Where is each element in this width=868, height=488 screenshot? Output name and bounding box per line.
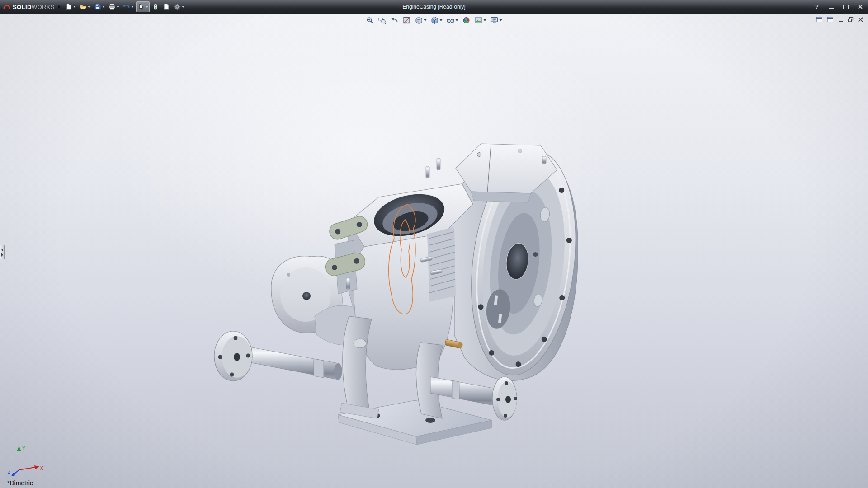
graphics-area[interactable]: Y X Z *Dimetric xyxy=(0,14,868,488)
heads-up-toolbar xyxy=(365,15,503,25)
zoom-to-fit-button[interactable] xyxy=(365,15,375,25)
edit-appearance-icon xyxy=(462,16,471,24)
new-document-icon xyxy=(65,3,72,10)
view-orientation-label: *Dimetric xyxy=(7,479,33,487)
options-icon xyxy=(174,3,181,10)
open-icon xyxy=(80,3,87,10)
previous-view-icon xyxy=(391,16,399,24)
section-view-icon xyxy=(403,16,411,24)
previous-view-button[interactable] xyxy=(390,15,400,25)
undo-icon xyxy=(123,3,130,10)
brand-text: SOLIDWORKS xyxy=(13,4,55,10)
toolbar-grip-icon[interactable] xyxy=(58,5,61,9)
close-icon xyxy=(858,17,863,23)
dropdown-arrow-icon[interactable] xyxy=(424,19,427,21)
expand-arrow-icon xyxy=(1,253,3,257)
file-properties-icon xyxy=(163,3,170,10)
triad-y-axis: Y xyxy=(17,446,26,470)
app-logo: SOLIDWORKS xyxy=(3,3,55,10)
view-orientation-button[interactable] xyxy=(414,15,428,25)
file-properties-button[interactable] xyxy=(161,1,171,12)
maximize-button[interactable] xyxy=(841,3,851,11)
select-icon xyxy=(137,3,145,10)
dropdown-arrow-icon[interactable] xyxy=(117,6,119,8)
edit-appearance-button[interactable] xyxy=(462,15,472,25)
svg-text:X: X xyxy=(40,466,43,471)
doc-close-button[interactable] xyxy=(858,17,863,23)
undo-button[interactable] xyxy=(122,1,135,12)
view-settings-button[interactable] xyxy=(490,15,503,25)
restore-icon xyxy=(848,17,854,23)
window-pane-split-button[interactable] xyxy=(827,16,834,23)
window-pane-split-icon xyxy=(827,16,834,23)
close-icon xyxy=(858,4,863,9)
zoom-to-fit-icon xyxy=(366,16,374,24)
model-canvas[interactable] xyxy=(0,14,868,488)
dropdown-arrow-icon[interactable] xyxy=(146,6,148,8)
save-button[interactable] xyxy=(93,1,106,12)
dropdown-arrow-icon[interactable] xyxy=(440,19,443,21)
minimize-button[interactable] xyxy=(826,3,836,11)
title-bar: SOLIDWORKS xyxy=(0,0,868,14)
dropdown-arrow-icon[interactable] xyxy=(456,19,458,21)
triad-x-axis: X xyxy=(19,465,43,471)
zoom-to-area-button[interactable] xyxy=(377,15,387,25)
collapse-arrow-icon xyxy=(1,248,3,252)
feature-manager-collapsed-tab[interactable] xyxy=(0,245,5,259)
brand-works: WORKS xyxy=(32,4,55,10)
apply-scene-icon xyxy=(475,16,483,24)
print-icon xyxy=(108,3,116,10)
dropdown-arrow-icon[interactable] xyxy=(102,6,105,8)
rebuild-icon xyxy=(152,3,159,10)
dropdown-arrow-icon[interactable] xyxy=(73,6,76,8)
dropdown-arrow-icon[interactable] xyxy=(500,19,502,21)
options-button[interactable] xyxy=(172,1,186,12)
window-pane-icon xyxy=(816,16,823,23)
zoom-to-area-icon xyxy=(378,16,387,24)
dropdown-arrow-icon[interactable] xyxy=(182,6,184,8)
solidworks-window: SOLIDWORKS xyxy=(0,0,868,488)
section-view-button[interactable] xyxy=(402,15,412,25)
window-controls: ? xyxy=(812,3,865,11)
display-style-icon xyxy=(431,16,439,24)
open-button[interactable] xyxy=(78,1,92,12)
svg-text:Z: Z xyxy=(8,470,10,474)
right-flange[interactable] xyxy=(492,377,517,420)
dropdown-arrow-icon[interactable] xyxy=(484,19,486,21)
hide-show-items-icon xyxy=(447,16,455,24)
hide-show-items-button[interactable] xyxy=(446,15,459,25)
orientation-triad: Y X Z xyxy=(7,443,45,477)
doc-minimize-button[interactable] xyxy=(838,17,844,23)
minimize-icon xyxy=(838,17,844,23)
left-flange[interactable] xyxy=(214,331,252,381)
ds-swirl-icon xyxy=(3,3,11,10)
minimize-icon xyxy=(829,8,834,9)
brand-solid: SOLID xyxy=(13,4,32,10)
svg-text:Y: Y xyxy=(22,446,25,451)
print-button[interactable] xyxy=(107,1,121,12)
help-button[interactable]: ? xyxy=(812,3,822,11)
triad-z-axis: Z xyxy=(8,470,19,476)
maximize-icon xyxy=(843,5,849,9)
view-orientation-icon xyxy=(415,16,423,24)
rebuild-button[interactable] xyxy=(151,1,160,12)
document-window-controls xyxy=(816,16,863,23)
select-tool-button[interactable] xyxy=(136,1,150,12)
save-icon xyxy=(94,3,101,10)
window-pane-button[interactable] xyxy=(816,16,823,23)
cooling-fins xyxy=(427,227,456,302)
dropdown-arrow-icon[interactable] xyxy=(88,6,90,8)
display-style-button[interactable] xyxy=(430,15,443,25)
apply-scene-button[interactable] xyxy=(474,15,487,25)
view-settings-icon xyxy=(491,16,499,24)
dropdown-arrow-icon[interactable] xyxy=(131,6,134,8)
new-document-button[interactable] xyxy=(64,1,77,12)
close-button[interactable] xyxy=(855,3,865,11)
doc-restore-button[interactable] xyxy=(848,17,854,23)
